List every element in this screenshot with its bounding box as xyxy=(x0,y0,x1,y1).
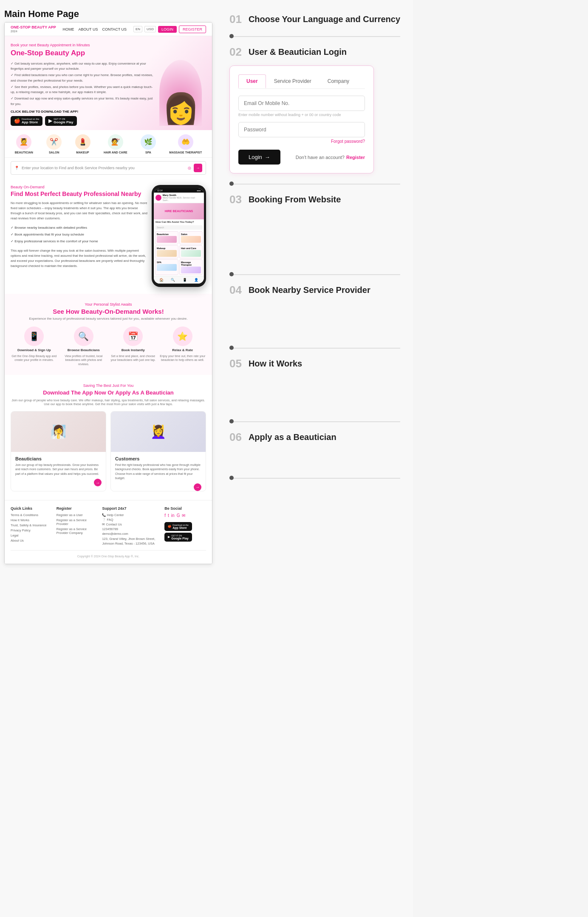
annotation-01-title: Choose Your Language and Currency xyxy=(249,14,400,24)
cat-beautician[interactable]: 💆 BEAUTICIAN xyxy=(15,134,33,154)
tab-service-provider[interactable]: Service Provider xyxy=(266,74,319,88)
gps-icon[interactable]: ◎ xyxy=(188,166,191,170)
hero-subtitle: Book your next Beauty Appointment in Min… xyxy=(11,43,155,47)
dl-cards: 🧖‍♀️ Beauticians Join our group of top b… xyxy=(11,411,206,491)
website-mockup: ONE-STOP BEAUTY APP 2024 HOME ABOUT US C… xyxy=(4,22,212,564)
cat-beautician-label: BEAUTICIAN xyxy=(15,151,33,154)
nav-home[interactable]: HOME xyxy=(63,27,74,31)
beauty-tag: Beauty On-Demand xyxy=(11,185,147,189)
footer-link-how[interactable]: How it Works xyxy=(11,518,52,522)
nav-contact[interactable]: CONTACT US xyxy=(102,27,127,31)
step-browse: 🔍 Browse Beauticians View profiles of tr… xyxy=(60,326,107,366)
phone-mockup: 12:14●●● Mary Smith Manuf Suicide NEIA, … xyxy=(152,185,206,287)
lang-selector[interactable]: EN xyxy=(133,26,142,32)
annotation-06: 06 Apply as a Beautician xyxy=(229,422,400,479)
cat-salon[interactable]: ✂️ SALON xyxy=(46,134,62,154)
hero-feature-2: ✓ Find skilled beauticians near you who … xyxy=(11,73,155,84)
social-fb[interactable]: f xyxy=(164,513,166,518)
login-submit-btn[interactable]: Login → xyxy=(238,150,280,165)
footer-appstore-btn[interactable]: 🍎 Download on the App Store xyxy=(164,522,192,531)
annotation-02-title: User & Beautician Login xyxy=(249,47,347,57)
download-section: Saving The Best Just For You Download Th… xyxy=(5,375,212,500)
footer-email: demo@demo.com xyxy=(102,532,160,536)
beautician-card-arrow[interactable]: → xyxy=(94,479,102,486)
annotation-01: 01 Choose Your Language and Currency xyxy=(229,9,400,37)
cat-makeup[interactable]: 💄 MAKEUP xyxy=(75,134,90,154)
footer-contact[interactable]: ✉ Contact Us xyxy=(102,522,160,526)
currency-selector[interactable]: USD xyxy=(144,26,156,32)
register-button[interactable]: REGISTER xyxy=(179,26,206,33)
footer-register: Register Register as a User Register as … xyxy=(57,506,98,546)
tab-company[interactable]: Company xyxy=(319,74,357,88)
annotation-04: 04 Book Nearby Service Provider xyxy=(229,275,400,349)
social-google[interactable]: G xyxy=(177,513,180,518)
cat-spa[interactable]: 🌿 SPA xyxy=(141,134,156,154)
beauty-section: Beauty On-Demand Find Most Perfect Beaut… xyxy=(5,178,212,294)
footer-phone: 123456789 xyxy=(102,527,160,531)
social-twitter[interactable]: t xyxy=(168,513,169,518)
annotations-panel: 01 Choose Your Language and Currency 02 … xyxy=(217,0,413,917)
footer-link-privacy[interactable]: Privacy Policy xyxy=(11,528,52,532)
footer-link-trust[interactable]: Trust, Safety & Insurance xyxy=(11,523,52,527)
social-linkedin[interactable]: in xyxy=(171,513,175,518)
step-download: 📱 Download & Sign Up Get the One-Stop Be… xyxy=(11,326,58,366)
footer-reg-company[interactable]: Register as a Service Provider Company xyxy=(57,527,98,535)
nav-right: EN USD LOGIN REGISTER xyxy=(133,26,206,33)
beauty-feature-2: ✓ Book appointments that fit your busy s… xyxy=(11,231,147,238)
login-button[interactable]: LOGIN xyxy=(158,26,177,33)
beauty-feature-1: ✓ Browse nearby beauticians with detaile… xyxy=(11,224,147,231)
password-input[interactable] xyxy=(238,122,365,137)
social-mail[interactable]: ✉ xyxy=(182,513,185,518)
annotation-04-num: 04 xyxy=(229,284,242,297)
beauty-desc2: This app will forever change the way you… xyxy=(11,248,147,269)
customer-card-arrow[interactable]: → xyxy=(194,483,201,491)
navbar: ONE-STOP BEAUTY APP 2024 HOME ABOUT US C… xyxy=(5,23,212,36)
login-box: User Service Provider Company Enter mobi… xyxy=(229,65,374,173)
cat-massage-label: MASSAGE THERAPIST xyxy=(169,151,202,154)
beauty-title: Find Most Perfect Beauty Professional Ne… xyxy=(11,190,147,198)
annotation-01-num: 01 xyxy=(229,13,242,26)
step-book: 📅 Book Instantly Set a time and place, a… xyxy=(110,326,157,366)
cat-haircare[interactable]: 💇 HAIR AND CARE xyxy=(104,134,127,154)
hero-feature-4: ✓ Download our app now and enjoy salon-q… xyxy=(11,96,155,107)
email-input[interactable] xyxy=(238,96,365,111)
beautician-card-title: Beauticians xyxy=(15,456,102,461)
hero-feature-3: ✓ See their profiles, reviews, and photo… xyxy=(11,85,155,96)
annotation-03: 03 Booking From Website xyxy=(229,185,400,275)
footer-faq[interactable]: ❔ FAQ xyxy=(102,518,160,522)
footer-reg-user[interactable]: Register as a User xyxy=(57,513,98,517)
footer-link-legal[interactable]: Legal xyxy=(11,534,52,537)
footer-link-terms[interactable]: Terms & Conditions xyxy=(11,513,52,517)
cat-salon-label: SALON xyxy=(49,151,59,154)
customer-card-desc: Find the right beauty professional who h… xyxy=(115,463,201,481)
how-works-section: Your Personal Stylist Awaits See How Bea… xyxy=(5,294,212,375)
cat-massage[interactable]: 🤲 MASSAGE THERAPIST xyxy=(169,134,202,154)
annotation-06-num: 06 xyxy=(229,431,242,444)
nav-about[interactable]: ABOUT US xyxy=(79,27,98,31)
location-icon: 📍 xyxy=(14,166,19,170)
location-placeholder: Enter your location to Find and Book Ser… xyxy=(22,166,185,170)
footer-link-about[interactable]: About Us xyxy=(11,539,52,542)
register-prompt: Don't have an account? Register xyxy=(296,155,365,160)
cat-haircare-label: HAIR AND CARE xyxy=(104,151,127,154)
footer-social: Be Social f t in G ✉ 🍎 Download on the xyxy=(164,506,206,546)
forgot-password[interactable]: Forgot password? xyxy=(238,139,365,144)
footer-google-btn[interactable]: ▶ GET IT ON Google Play xyxy=(164,533,192,542)
how-steps: 📱 Download & Sign Up Get the One-Stop Be… xyxy=(11,326,206,366)
location-bar: 📍 Enter your location to Find and Book S… xyxy=(11,161,206,175)
hero-image: 👩 xyxy=(155,43,206,125)
footer-reg-provider[interactable]: Register as a Service Provider xyxy=(57,518,98,526)
location-arrow[interactable]: → xyxy=(194,164,202,172)
register-link[interactable]: Register xyxy=(346,155,365,160)
google-play-button[interactable]: ▶ GET IT ON Google Play xyxy=(45,116,76,126)
footer-help[interactable]: 📞 Help Center xyxy=(102,513,160,517)
footer: Quick Links Terms & Conditions How it Wo… xyxy=(5,500,212,564)
hero-text: Book your next Beauty Appointment in Min… xyxy=(11,43,155,125)
tab-user[interactable]: User xyxy=(238,74,266,88)
page-header-label: Main Home Page xyxy=(4,4,212,22)
logo: ONE-STOP BEAUTY APP 2024 xyxy=(11,25,56,33)
appstore-button[interactable]: 🍎 Download on the App Store xyxy=(11,116,42,126)
phone-screen: 12:14●●● Mary Smith Manuf Suicide NEIA, … xyxy=(154,188,204,284)
app-buttons: 🍎 Download on the App Store ▶ GET IT ON … xyxy=(11,116,155,126)
cat-makeup-label: MAKEUP xyxy=(76,151,89,154)
